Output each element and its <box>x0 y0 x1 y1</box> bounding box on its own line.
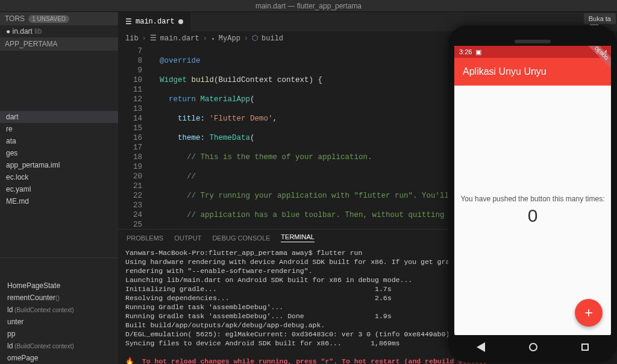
crumb[interactable]: lib <box>125 34 139 43</box>
explorer-item[interactable]: re <box>0 123 118 135</box>
window-titlebar: main.dart — flutter_app_pertama <box>0 0 617 12</box>
fab-button[interactable]: + <box>575 299 603 327</box>
outline-item[interactable]: omePage <box>0 352 118 364</box>
project-header[interactable]: APP_PERTAMA <box>0 37 118 51</box>
status-time: 3:26 <box>459 48 472 55</box>
outline-item[interactable]: ld (BuildContext context) <box>0 340 118 352</box>
explorer-item[interactable]: ec.yaml <box>0 183 118 195</box>
explorer-item[interactable]: dart <box>0 111 118 123</box>
sidebar: TORS 1 UNSAVED ● in.dart lib APP_PERTAMA… <box>0 12 118 364</box>
nav-recents-icon[interactable] <box>581 344 589 351</box>
tab-label: main.dart <box>136 17 175 26</box>
open-editor-item[interactable]: ● in.dart lib <box>0 25 118 37</box>
tab-main-dart[interactable]: ☰ main.dart <box>118 12 190 31</box>
tab-debug-console[interactable]: DEBUG CONSOLE <box>212 234 270 242</box>
android-nav-bar <box>454 335 611 359</box>
outline-item[interactable]: unter <box>0 316 118 328</box>
crumb[interactable]: MyApp <box>219 34 240 43</box>
app-bar: Aplikasi Unyu Unyu <box>454 58 611 86</box>
emulator-screen[interactable]: DEBUG 3:26 ▣ ▾ ◢ Aplikasi Unyu Unyu You … <box>454 46 611 335</box>
open-tab-button[interactable]: Buka ta <box>584 13 616 24</box>
android-emulator: DEBUG 3:26 ▣ ▾ ◢ Aplikasi Unyu Unyu You … <box>448 25 617 363</box>
tab-terminal[interactable]: TERMINAL <box>281 233 315 242</box>
nav-back-icon[interactable] <box>477 342 485 352</box>
counter-value: 0 <box>528 206 538 226</box>
explorer-item[interactable]: ec.lock <box>0 171 118 183</box>
open-editor-path: lib <box>34 27 42 36</box>
unsaved-badge: 1 UNSAVED <box>28 15 69 23</box>
outline-panel: HomePageState rementCounter() ld (BuildC… <box>0 257 118 364</box>
file-icon: ☰ <box>125 17 132 27</box>
body-caption: You have pushed the button this many tim… <box>460 195 604 203</box>
crumb[interactable]: main.dart <box>160 34 199 43</box>
outline-item[interactable]: ld (BuildContext context) <box>0 304 118 316</box>
nav-home-icon[interactable] <box>529 343 537 351</box>
crumb[interactable]: build <box>262 34 283 43</box>
speaker-icon <box>515 40 551 43</box>
status-bar: 3:26 ▣ ▾ ◢ <box>454 46 611 58</box>
outline-item[interactable]: HomePageState <box>0 280 118 292</box>
explorer-item[interactable]: ata <box>0 135 118 147</box>
outline-item[interactable]: pp <box>0 328 118 340</box>
tab-problems[interactable]: PROBLEMS <box>127 234 163 242</box>
notification-icon: ▣ <box>475 48 481 56</box>
explorer-item[interactable]: ME.md <box>0 195 118 207</box>
outline-item[interactable]: rementCounter() <box>0 292 118 304</box>
sidebar-header-label: TORS <box>5 14 25 23</box>
explorer-item[interactable]: ges <box>0 147 118 159</box>
tab-output[interactable]: OUTPUT <box>174 234 201 242</box>
emulator-bezel-top <box>454 31 611 46</box>
line-gutter: 7891011121314151617181920212223242526 <box>118 45 151 229</box>
app-title: Aplikasi Unyu Unyu <box>463 66 547 77</box>
open-editors-header[interactable]: TORS 1 UNSAVED <box>0 12 118 25</box>
app-body: You have pushed the button this many tim… <box>454 86 611 335</box>
explorer-item[interactable]: app_pertama.iml <box>0 159 118 171</box>
open-editor-name: in.dart <box>13 27 33 36</box>
modified-dot-icon <box>178 19 183 24</box>
